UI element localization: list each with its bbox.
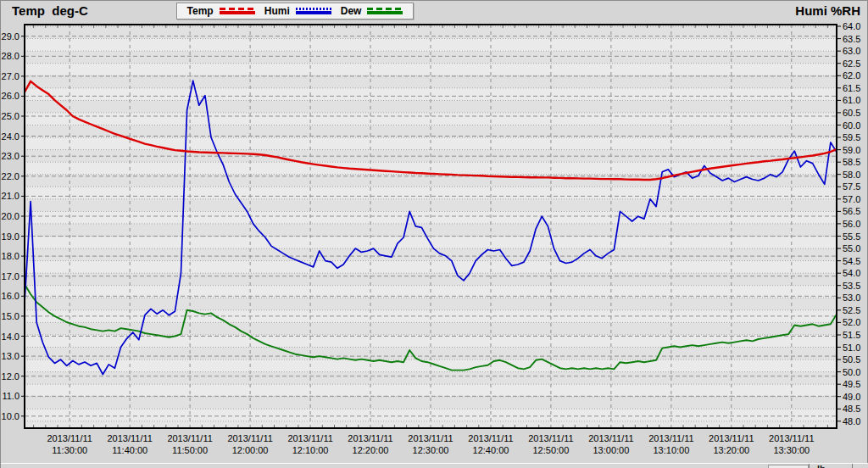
svg-text:19.0: 19.0	[2, 231, 19, 242]
x-axis-labels: 2013/11/1111:30:002013/11/1111:40:002013…	[47, 433, 814, 455]
svg-text:51.0: 51.0	[843, 343, 860, 353]
svg-text:55.5: 55.5	[843, 231, 860, 242]
legend-item-humi: Humi	[264, 5, 331, 17]
svg-text:12:30:00: 12:30:00	[413, 445, 449, 455]
svg-text:57.5: 57.5	[843, 181, 860, 192]
svg-text:52.0: 52.0	[843, 317, 860, 327]
svg-text:2013/11/11: 2013/11/11	[47, 433, 92, 443]
status-partial-text: lb	[817, 464, 826, 468]
svg-text:11:50:00: 11:50:00	[172, 445, 208, 455]
svg-text:62.5: 62.5	[843, 58, 860, 69]
svg-text:24.0: 24.0	[2, 131, 19, 142]
svg-text:49.5: 49.5	[843, 379, 860, 389]
svg-text:11:40:00: 11:40:00	[112, 445, 147, 455]
svg-text:53.5: 53.5	[843, 281, 860, 291]
svg-text:2013/11/11: 2013/11/11	[107, 433, 152, 443]
svg-text:61.0: 61.0	[843, 95, 860, 105]
svg-text:58.5: 58.5	[843, 157, 860, 167]
svg-text:49.0: 49.0	[843, 392, 860, 402]
svg-text:59.5: 59.5	[843, 132, 860, 142]
svg-text:12:50:00: 12:50:00	[532, 445, 569, 455]
svg-text:18.0: 18.0	[2, 251, 19, 261]
svg-text:59.0: 59.0	[843, 145, 860, 155]
svg-text:13:30:00: 13:30:00	[773, 445, 810, 455]
svg-text:12:10:00: 12:10:00	[292, 445, 329, 455]
svg-text:12:40:00: 12:40:00	[473, 445, 509, 455]
svg-text:2013/11/11: 2013/11/11	[528, 433, 573, 443]
svg-text:2013/11/11: 2013/11/11	[468, 433, 513, 443]
svg-text:27.0: 27.0	[2, 71, 19, 81]
svg-text:2013/11/11: 2013/11/11	[769, 433, 814, 443]
svg-text:29.0: 29.0	[2, 31, 19, 42]
svg-text:2013/11/11: 2013/11/11	[227, 433, 272, 443]
svg-text:2013/11/11: 2013/11/11	[287, 433, 332, 443]
svg-text:14.0: 14.0	[2, 332, 19, 342]
svg-text:51.5: 51.5	[843, 330, 860, 340]
svg-text:54.0: 54.0	[843, 268, 860, 278]
svg-text:48.0: 48.0	[843, 416, 860, 426]
legend-label-temp: Temp	[187, 5, 214, 17]
chart-svg: 29.028.027.026.025.024.023.022.021.020.0…	[1, 1, 868, 463]
svg-text:2013/11/11: 2013/11/11	[348, 433, 392, 443]
svg-text:10.0: 10.0	[2, 411, 19, 421]
svg-text:20.0: 20.0	[2, 211, 19, 221]
svg-text:2013/11/11: 2013/11/11	[648, 433, 693, 443]
y-axis-right-labels: 64.063.563.062.562.061.561.060.560.059.5…	[837, 21, 860, 426]
svg-text:56.0: 56.0	[843, 219, 860, 229]
svg-text:63.0: 63.0	[843, 46, 860, 56]
legend-swatch-humi	[296, 8, 331, 15]
svg-text:11.0: 11.0	[2, 391, 19, 401]
svg-text:61.5: 61.5	[843, 83, 860, 93]
svg-text:60.5: 60.5	[843, 108, 860, 118]
svg-text:16.0: 16.0	[2, 291, 19, 301]
svg-text:53.0: 53.0	[843, 292, 860, 303]
svg-text:62.0: 62.0	[843, 70, 860, 81]
svg-text:56.5: 56.5	[843, 206, 860, 216]
legend-swatch-temp	[220, 8, 255, 15]
status-divider-2	[852, 464, 853, 468]
svg-text:48.5: 48.5	[843, 404, 860, 414]
legend-label-dew: Dew	[341, 5, 362, 17]
svg-text:55.0: 55.0	[843, 243, 860, 254]
svg-text:50.0: 50.0	[843, 367, 860, 377]
chart-canvas: 29.028.027.026.025.024.023.022.021.020.0…	[1, 1, 868, 463]
status-scroll-box[interactable]	[768, 465, 809, 468]
y-axis-left-labels: 29.028.027.026.025.024.023.022.021.020.0…	[2, 31, 25, 421]
svg-text:15.0: 15.0	[2, 311, 19, 321]
legend-item-temp: Temp	[187, 5, 255, 17]
svg-text:12:20:00: 12:20:00	[353, 445, 389, 455]
svg-text:13.0: 13.0	[2, 351, 19, 361]
app-window: 29.028.027.026.025.024.023.022.021.020.0…	[0, 0, 868, 468]
svg-text:2013/11/11: 2013/11/11	[588, 433, 633, 443]
svg-text:52.5: 52.5	[843, 305, 860, 315]
right-axis-title: Humi %RH	[795, 3, 860, 18]
svg-text:17.0: 17.0	[2, 271, 19, 281]
svg-text:25.0: 25.0	[2, 111, 19, 121]
svg-text:23.0: 23.0	[2, 151, 19, 161]
svg-text:12:00:00: 12:00:00	[232, 445, 269, 455]
svg-text:11:30:00: 11:30:00	[52, 445, 87, 455]
left-axis-title: Temp deg-C	[12, 3, 88, 18]
svg-text:26.0: 26.0	[2, 91, 19, 101]
svg-text:2013/11/11: 2013/11/11	[167, 433, 212, 443]
svg-text:13:20:00: 13:20:00	[713, 445, 749, 455]
svg-text:60.0: 60.0	[843, 120, 860, 131]
legend-item-dew: Dew	[341, 5, 403, 17]
status-divider	[809, 464, 810, 468]
svg-text:50.5: 50.5	[843, 354, 860, 365]
svg-text:57.0: 57.0	[843, 194, 860, 204]
svg-text:13:00:00: 13:00:00	[593, 445, 629, 455]
legend-label-humi: Humi	[264, 5, 290, 17]
svg-text:21.0: 21.0	[2, 191, 19, 201]
svg-text:13:10:00: 13:10:00	[653, 445, 689, 455]
svg-text:12.0: 12.0	[2, 371, 19, 382]
svg-text:58.0: 58.0	[843, 170, 860, 180]
svg-text:2013/11/11: 2013/11/11	[709, 433, 754, 443]
legend: Temp Humi Dew	[176, 3, 414, 20]
svg-text:63.5: 63.5	[843, 34, 860, 44]
svg-text:2013/11/11: 2013/11/11	[408, 433, 453, 443]
svg-text:28.0: 28.0	[2, 51, 19, 61]
legend-swatch-dew	[367, 8, 403, 15]
svg-text:64.0: 64.0	[843, 21, 860, 31]
svg-text:22.0: 22.0	[2, 171, 19, 181]
